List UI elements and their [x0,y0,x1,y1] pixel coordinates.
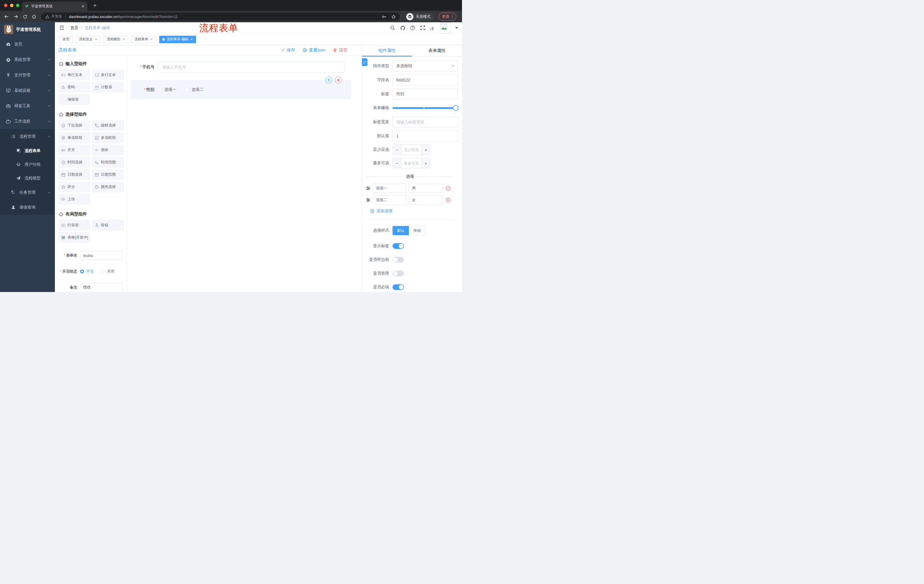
gender-option-2[interactable]: 选项二 [185,87,203,92]
search-icon[interactable] [390,25,396,31]
max-select-input[interactable] [401,158,421,168]
minus-button[interactable]: − [393,158,401,168]
security-label[interactable]: 不安全 [51,14,62,19]
delete-component-button[interactable] [335,77,342,84]
sidebar-item-infra[interactable]: 基础设施 [0,83,55,98]
phone-input[interactable] [158,62,345,72]
sidebar-fold-icon[interactable] [59,25,65,31]
tag-process-definition[interactable]: 流程定义✕ [76,36,101,43]
view-json-button[interactable]: 查看json [302,48,325,53]
remove-option-icon[interactable] [446,197,451,203]
min-select-input[interactable] [401,145,421,155]
tag-process-form[interactable]: 流程表单✕ [131,36,156,43]
tag-close-icon[interactable]: ✕ [95,38,97,41]
max-select-stepper[interactable]: −+ [393,158,430,168]
field-link-tag[interactable] [362,58,367,66]
clear-button[interactable]: 清空 [333,48,347,53]
sidebar-item-task-manage[interactable]: 任务管理 [0,185,55,200]
min-select-stepper[interactable]: −+ [393,145,430,155]
tag-close-icon[interactable]: ✕ [150,38,153,41]
fullscreen-icon[interactable] [420,25,426,31]
tab-component-props[interactable]: 组件属性 [362,45,412,56]
sidebar-item-workflow[interactable]: 工作流程 [0,114,55,129]
avatar-dropdown-caret[interactable] [455,27,458,30]
tab-close-icon[interactable]: ✕ [81,4,85,8]
close-window-button[interactable] [4,4,7,7]
disabled-toggle[interactable] [393,271,404,276]
palette-item-color-picker[interactable]: 颜色选择 [92,181,124,192]
tab-form-props[interactable]: 表单属性 [412,45,462,56]
palette-item-textarea[interactable]: 多行文本 [92,69,124,80]
address-bar[interactable]: 不安全 dashboard.yudao.iocoder.cn/bpm/manag… [41,13,400,21]
form-name-input[interactable] [80,251,123,260]
label-width-input[interactable] [393,117,458,127]
sidebar-item-system[interactable]: 系统管理 [0,52,55,67]
palette-item-single-text[interactable]: 单行文本 [58,69,90,80]
status-on-radio[interactable]: 开启 [80,269,94,274]
sidebar-item-home[interactable]: 首页 [0,36,55,52]
sidebar-item-process-manage[interactable]: 流程管理 [0,129,55,144]
minus-button[interactable]: − [393,145,401,155]
save-button[interactable]: ✓保存 [281,48,295,53]
maximize-window-button[interactable] [16,4,20,7]
selected-gender-component[interactable]: *性别 选项一 选项二 [130,80,351,99]
field-name-input[interactable] [393,74,458,86]
palette-item-switch[interactable]: 开关 [58,145,90,155]
palette-item-upload[interactable]: 上传 [58,194,90,204]
option-1-value-input[interactable] [409,184,442,193]
browser-tab[interactable]: 芋道管理系统 ✕ [22,2,87,11]
drag-handle-icon[interactable] [366,186,371,191]
palette-item-editor[interactable]: 编辑器 [58,94,90,105]
palette-item-cascader[interactable]: 级联选择 [92,120,124,131]
palette-item-table[interactable]: 表格[开发中] [58,232,90,243]
plus-button[interactable]: + [421,158,430,168]
form-grid-slider[interactable] [393,102,458,114]
sidebar-item-devtools[interactable]: 研发工具 [0,98,55,114]
form-remark-textarea[interactable]: 嘿嘿 [80,283,123,292]
required-toggle[interactable] [393,284,404,290]
github-icon[interactable] [400,25,406,31]
form-canvas[interactable]: *手机号 *性别 选项一 [127,56,361,292]
option-2-value-input[interactable] [409,196,442,204]
font-size-icon[interactable]: тT [430,25,436,31]
palette-item-button[interactable]: 按钮 [92,220,124,230]
palette-item-counter[interactable]: 123计数器 [92,82,124,92]
new-tab-button[interactable] [92,3,98,8]
component-type-select[interactable]: 多选框组 [393,61,458,71]
security-warning-icon[interactable] [45,15,50,19]
plus-button[interactable]: + [421,145,430,155]
avatar[interactable] [440,23,451,33]
palette-item-date-picker[interactable]: 日期选择 [58,169,90,180]
style-button-button[interactable]: 按钮 [409,226,426,235]
sidebar-item-user-group[interactable]: 用户分组 [0,158,55,171]
palette-item-time-picker[interactable]: 时间选择 [58,157,90,168]
back-icon[interactable] [3,13,10,20]
tag-process-model[interactable]: 流程模型✕ [104,36,128,43]
tag-close-icon[interactable]: ✕ [190,38,193,41]
palette-item-rate[interactable]: 评分 [58,181,90,192]
palette-item-time-range[interactable]: 时间范围 [92,157,124,168]
show-label-toggle[interactable] [393,243,404,249]
forward-icon[interactable] [12,13,20,20]
palette-item-select[interactable]: 下拉选择 [58,120,90,131]
browser-update-button[interactable]: 更新 [439,13,456,21]
style-default-button[interactable]: 默认 [393,226,409,235]
palette-item-password[interactable]: 密码 [58,82,90,92]
tag-process-form-edit[interactable]: 流程表单-编辑✕ [159,36,196,43]
palette-item-date-range[interactable]: 日期范围 [92,169,124,180]
sidebar-logo[interactable]: 芋道管理系统 [0,22,55,36]
add-option-button[interactable]: 添加选项 [370,209,458,214]
option-1-name-input[interactable] [373,184,406,193]
sidebar-item-process-form[interactable]: 流程表单 [0,144,55,158]
breadcrumb-home[interactable]: 首页 [70,25,78,31]
sidebar-item-leave-query[interactable]: 请假查询 [0,200,55,215]
tag-home[interactable]: 首页 [59,36,73,43]
slider-handle[interactable] [453,105,459,111]
home-icon[interactable] [30,13,38,20]
remove-option-icon[interactable] [446,186,451,191]
password-key-icon[interactable] [382,14,386,19]
palette-item-checkbox-group[interactable]: 多选框组 [92,132,124,143]
sidebar-item-process-model[interactable]: 流程模型 [0,171,55,185]
phone-field[interactable]: *手机号 [130,62,351,72]
palette-item-row-container[interactable]: 行容器 [58,220,90,230]
